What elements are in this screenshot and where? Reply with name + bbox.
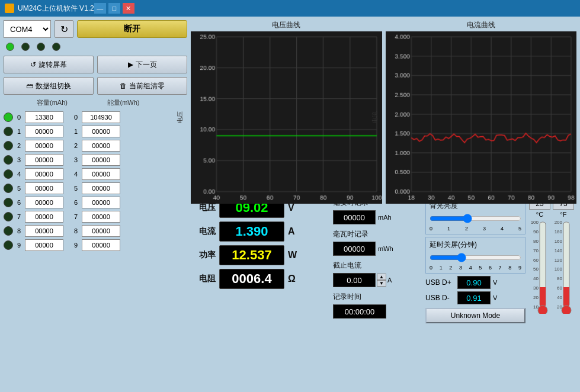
row-cap-input-5[interactable] xyxy=(25,182,63,194)
fahrenheit-thermometer xyxy=(553,219,574,314)
row-energy-input-5[interactable] xyxy=(82,182,120,194)
voltage-unit: V xyxy=(288,203,294,213)
row-num2-4: 4 xyxy=(72,171,80,178)
timeout-labels: 0 1 2 3 4 5 6 7 8 9 xyxy=(430,265,521,271)
backlight-slider[interactable] xyxy=(430,214,521,223)
mah-input[interactable] xyxy=(333,210,376,224)
row-num-9: 9 xyxy=(15,242,23,249)
row-cap-input-7[interactable] xyxy=(25,211,63,223)
row-energy-input-3[interactable] xyxy=(82,154,120,166)
row-num2-0: 0 xyxy=(72,114,80,121)
refresh-button[interactable]: ↻ xyxy=(55,20,73,38)
minimize-button[interactable]: — xyxy=(94,3,106,14)
data-control-row: 🗃 数据组切换 🗑 当前组清零 xyxy=(4,77,187,95)
disconnect-button[interactable]: 断开 xyxy=(77,20,187,38)
measurements-panel: 电压 09.02 V 电流 1.390 A 功率 12.537 xyxy=(191,195,327,388)
row-num2-9: 9 xyxy=(72,242,80,249)
data-rows: 0 0 1 1 2 2 3 3 4 4 5 5 xyxy=(4,111,187,252)
row-cap-input-1[interactable] xyxy=(25,126,63,137)
row-energy-input-6[interactable] xyxy=(82,197,120,208)
close-button[interactable]: ✕ xyxy=(123,3,134,14)
row-num2-5: 5 xyxy=(72,185,80,192)
current-value: 1.390 xyxy=(235,224,268,239)
row-num-3: 3 xyxy=(15,156,23,163)
row-energy-input-8[interactable] xyxy=(82,225,120,237)
row-energy-input-7[interactable] xyxy=(82,211,120,223)
row-num-2: 2 xyxy=(15,142,23,149)
data-row-1: 1 1 xyxy=(4,125,187,138)
cutoff-input[interactable] xyxy=(333,273,376,287)
row-indicator-2 xyxy=(4,141,13,150)
usb-dminus-label: USB D- xyxy=(425,294,455,302)
next-page-button[interactable]: ▶ 下一页 xyxy=(97,56,187,73)
usb-dplus-label: USB D+ xyxy=(425,278,455,287)
data-row-0: 0 0 xyxy=(4,111,187,124)
right-panel: 电压曲线 电压 读取次数 电流曲线 电流 读出次数 xyxy=(191,20,576,388)
fahrenheit-col: 73 °F xyxy=(553,198,574,314)
voltage-chart-canvas xyxy=(191,31,382,204)
main-area: COM4 ↻ 断开 ↺ 旋转屏幕 ▶ 下一页 🗃 xyxy=(0,17,580,392)
row-num-7: 7 xyxy=(15,213,23,220)
current-unit: A xyxy=(288,226,295,237)
row-cap-input-9[interactable] xyxy=(25,239,63,251)
timeout-title: 延时关屏(分钟) xyxy=(430,240,521,250)
time-input[interactable] xyxy=(333,304,386,319)
row-cap-input-0[interactable] xyxy=(25,111,63,123)
voltage-label: 电压 xyxy=(193,203,216,213)
rotate-screen-button[interactable]: ↺ 旋转屏幕 xyxy=(4,56,94,73)
mwh-input[interactable] xyxy=(333,242,376,256)
usb-dplus-row: USB D+ 0.90 V xyxy=(425,276,525,289)
row-energy-input-2[interactable] xyxy=(82,140,120,152)
power-value: 12.537 xyxy=(232,248,271,263)
row-cap-input-8[interactable] xyxy=(25,225,63,237)
row-num-1: 1 xyxy=(15,128,23,135)
current-chart-ylabel: 电流 xyxy=(371,111,379,123)
mode-button[interactable]: Unknown Mode xyxy=(425,308,525,323)
clear-current-button[interactable]: 🗑 当前组清零 xyxy=(97,77,187,95)
row-num2-1: 1 xyxy=(72,128,80,135)
cutoff-down-button[interactable]: ▼ xyxy=(377,280,386,287)
com-port-select[interactable]: COM4 xyxy=(4,20,51,38)
current-display: 1.390 xyxy=(219,221,284,242)
cutoff-up-button[interactable]: ▲ xyxy=(377,274,386,280)
row-indicator-8 xyxy=(4,226,13,236)
row-num2-2: 2 xyxy=(72,142,80,149)
row-num2-8: 8 xyxy=(72,227,80,234)
data-switch-button[interactable]: 🗃 数据组切换 xyxy=(4,77,94,95)
time-row xyxy=(333,304,417,319)
resistance-display: 0006.4 xyxy=(219,269,284,289)
usb-dplus-unit: V xyxy=(493,279,497,286)
row-energy-input-9[interactable] xyxy=(82,239,120,251)
row-cap-input-6[interactable] xyxy=(25,197,63,208)
row-num-5: 5 xyxy=(15,185,23,192)
usb-dplus-display: 0.90 xyxy=(457,276,491,289)
backlight-labels: 0 1 2 3 4 5 xyxy=(430,226,521,232)
celsius-unit: °C xyxy=(536,211,543,218)
mwh-unit: mWh xyxy=(378,245,393,252)
row-indicator-7 xyxy=(4,212,13,221)
timeout-slider[interactable] xyxy=(430,253,521,262)
maximize-button[interactable]: □ xyxy=(108,3,120,14)
data-row-6: 6 6 xyxy=(4,196,187,209)
current-chart-container: 电流曲线 电流 读出次数 xyxy=(386,20,577,192)
row-energy-input-4[interactable] xyxy=(82,168,120,180)
row-energy-input-1[interactable] xyxy=(82,126,120,137)
row-cap-input-2[interactable] xyxy=(25,140,63,152)
row-cap-input-4[interactable] xyxy=(25,168,63,180)
data-row-7: 7 7 xyxy=(4,210,187,223)
rotate-icon: ↺ xyxy=(30,60,36,69)
row-num2-7: 7 xyxy=(72,213,80,220)
row-energy-input-0[interactable] xyxy=(82,111,120,123)
cutoff-section-title: 截止电流 xyxy=(333,261,417,271)
usb-dminus-unit: V xyxy=(493,294,497,301)
row-indicator-9 xyxy=(4,240,13,250)
usb-dminus-display: 0.91 xyxy=(457,291,491,304)
row-cap-input-3[interactable] xyxy=(25,154,63,166)
voltage-chart-container: 电压曲线 电压 读取次数 xyxy=(191,20,382,192)
fahrenheit-unit: °F xyxy=(560,211,566,218)
indicator-3 xyxy=(52,43,60,51)
indicator-1 xyxy=(21,43,30,51)
com-row: COM4 ↻ 断开 xyxy=(4,20,187,38)
usb-section: USB D+ 0.90 V USB D- 0.91 xyxy=(425,276,525,304)
mwh-row: mWh xyxy=(333,242,417,256)
